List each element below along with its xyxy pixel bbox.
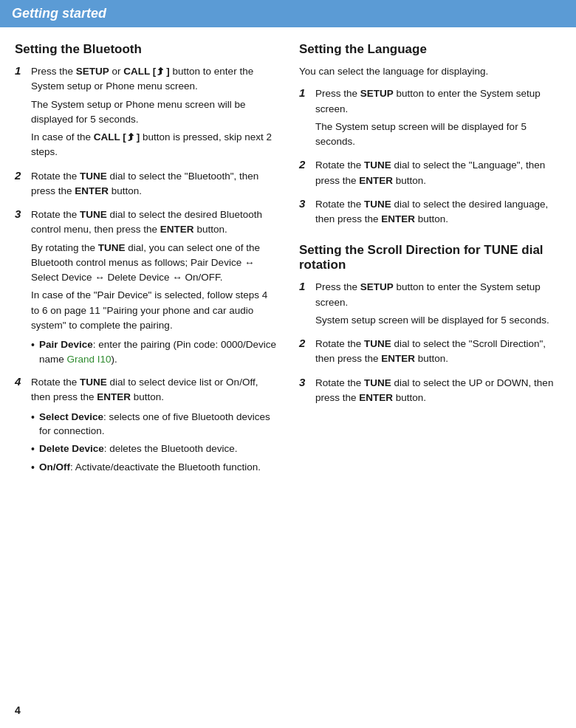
lang-step-number-1: 1	[299, 86, 312, 99]
lang-step-2: 2 Rotate the TUNE dial to select the "La…	[299, 158, 561, 191]
right-column: Setting the Language You can select the …	[299, 42, 561, 484]
bullet-on-off: • On/Off: Activate/deactivate the Blueto…	[31, 460, 277, 475]
scroll-step-number-3: 3	[299, 376, 312, 388]
scroll-step-1-content: Press the SETUP button to enter the Syst…	[315, 280, 561, 331]
step-3-content: Rotate the TUNE dial to select the desir…	[31, 207, 277, 369]
language-steps: 1 Press the SETUP button to enter the Sy…	[299, 86, 561, 230]
header-bar: Getting started	[0, 0, 576, 27]
step-3-bullets: • Pair Device: enter the pairing (Pin co…	[31, 337, 277, 366]
step-2: 2 Rotate the TUNE dial to select the "Bl…	[15, 169, 277, 202]
step-number-1: 1	[15, 64, 28, 77]
page-number: 4	[15, 704, 21, 716]
step-1-content: Press the SETUP or CALL [⮭] button to en…	[31, 64, 277, 163]
scroll-direction-section: Setting the Scroll Direction for TUNE di…	[299, 243, 561, 408]
language-section-title: Setting the Language	[299, 42, 561, 57]
bullet-select-device: • Select Device: selects one of five Blu…	[31, 410, 277, 439]
step-number-2: 2	[15, 169, 28, 182]
scroll-step-3-content: Rotate the TUNE dial to select the UP or…	[315, 376, 561, 409]
scroll-step-number-1: 1	[299, 280, 312, 292]
lang-step-3-content: Rotate the TUNE dial to select the desir…	[315, 197, 561, 230]
step-number-4: 4	[15, 375, 28, 388]
step-4-content: Rotate the TUNE dial to select device li…	[31, 375, 277, 478]
step-1: 1 Press the SETUP or CALL [⮭] button to …	[15, 64, 277, 163]
scroll-step-2: 2 Rotate the TUNE dial to select the "Sc…	[299, 337, 561, 370]
lang-step-number-2: 2	[299, 158, 312, 171]
scroll-section-title: Setting the Scroll Direction for TUNE di…	[299, 243, 561, 272]
content-area: Setting the Bluetooth 1 Press the SETUP …	[0, 27, 576, 514]
lang-step-1: 1 Press the SETUP button to enter the Sy…	[299, 86, 561, 152]
bullet-delete-device: • Delete Device: deletes the Bluetooth d…	[31, 442, 277, 457]
step-3: 3 Rotate the TUNE dial to select the des…	[15, 207, 277, 369]
green-text-grand: Grand I10	[66, 354, 111, 365]
bullet-pair-device: • Pair Device: enter the pairing (Pin co…	[31, 337, 277, 366]
step-4-bullets: • Select Device: selects one of five Blu…	[31, 410, 277, 475]
step-2-content: Rotate the TUNE dial to select the "Blue…	[31, 169, 277, 202]
lang-step-2-content: Rotate the TUNE dial to select the "Lang…	[315, 158, 561, 191]
left-section-title: Setting the Bluetooth	[15, 42, 277, 57]
scroll-steps: 1 Press the SETUP button to enter the Sy…	[299, 280, 561, 408]
left-column: Setting the Bluetooth 1 Press the SETUP …	[15, 42, 277, 484]
scroll-step-2-content: Rotate the TUNE dial to select the "Scro…	[315, 337, 561, 370]
scroll-step-3: 3 Rotate the TUNE dial to select the UP …	[299, 376, 561, 409]
lang-step-3: 3 Rotate the TUNE dial to select the des…	[299, 197, 561, 230]
step-4: 4 Rotate the TUNE dial to select device …	[15, 375, 277, 478]
page-title: Getting started	[12, 6, 106, 21]
lang-step-number-3: 3	[299, 197, 312, 210]
language-subtitle: You can select the language for displayi…	[299, 64, 561, 79]
lang-step-1-content: Press the SETUP button to enter the Syst…	[315, 86, 561, 152]
bluetooth-steps: 1 Press the SETUP or CALL [⮭] button to …	[15, 64, 277, 478]
step-number-3: 3	[15, 207, 28, 220]
scroll-step-1: 1 Press the SETUP button to enter the Sy…	[299, 280, 561, 331]
scroll-step-number-2: 2	[299, 337, 312, 349]
